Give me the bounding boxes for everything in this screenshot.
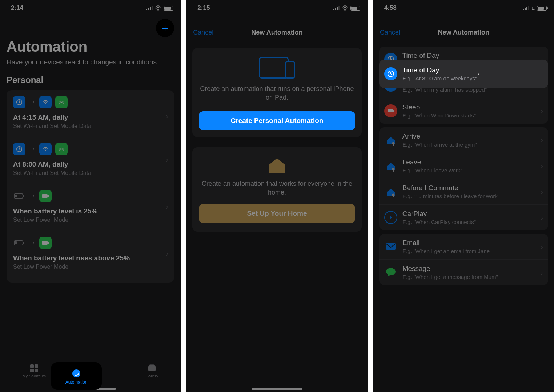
trigger-arrive[interactable]: ArriveE.g. "When I arrive at the gym"›: [379, 127, 548, 153]
trigger-title: Time of Day: [402, 52, 477, 60]
wifi-icon: [39, 96, 52, 108]
status-bar: 2:15: [186, 0, 367, 16]
cellular-icon: [55, 96, 68, 108]
automation-subtitle: Set Wi-Fi and Set Mobile Data: [13, 170, 160, 176]
trigger-subtitle: E.g. "When I arrive at the gym": [402, 141, 477, 148]
home-icon: [268, 156, 286, 173]
battery-fill-icon: [39, 237, 52, 249]
chevron-right-icon: ›: [541, 268, 543, 277]
network-type: E: [531, 5, 535, 11]
svg-rect-10: [48, 195, 49, 197]
svg-rect-27: [386, 243, 396, 250]
svg-point-4: [45, 150, 46, 151]
svg-rect-8: [15, 195, 17, 197]
home-indicator[interactable]: [252, 388, 302, 390]
status-bar: 2:14: [0, 0, 181, 16]
chevron-right-icon: ›: [541, 107, 543, 115]
clock-icon: [13, 96, 25, 108]
svg-point-5: [61, 148, 62, 149]
trigger-carplay[interactable]: CarPlayE.g. "When CarPlay connects"›: [379, 204, 548, 230]
tab-gallery[interactable]: Gallery: [146, 364, 158, 378]
cancel-button[interactable]: Cancel: [193, 29, 213, 36]
automation-title: When battery level rises above 25%: [13, 254, 160, 262]
trigger-before-i-commute[interactable]: Before I CommuteE.g. "15 minutes before …: [379, 179, 548, 204]
svg-rect-20: [390, 109, 393, 110]
screen-automation-list: 2:14 ＋ Automation Have your devices reac…: [0, 0, 181, 392]
tab-my-shortcuts[interactable]: My Shortcuts: [23, 364, 46, 378]
automation-row[interactable]: →At 8:00 AM, dailySet Wi-Fi and Set Mobi…: [13, 136, 174, 183]
trigger-group: EmailE.g. "When I get an email from Jane…: [379, 234, 548, 285]
automation-row[interactable]: →At 4:15 AM, dailySet Wi-Fi and Set Mobi…: [13, 96, 174, 136]
status-time: 2:15: [197, 4, 210, 12]
arrow-right-icon: →: [29, 192, 36, 200]
tab-label: Automation: [65, 380, 88, 385]
commute-icon: [384, 185, 397, 198]
automation-title: When battery level is 25%: [13, 207, 160, 215]
setup-home-button[interactable]: Set Up Your Home: [199, 204, 355, 223]
svg-point-2: [61, 101, 62, 103]
svg-point-23: [392, 168, 394, 171]
tab-automation[interactable]: Automation: [51, 362, 102, 390]
svg-rect-26: [393, 196, 394, 197]
automation-subtitle: Set Wi-Fi and Set Mobile Data: [13, 123, 160, 129]
battery-fill-icon: [39, 190, 52, 202]
svg-rect-18: [388, 110, 394, 112]
chevron-right-icon: ›: [541, 243, 543, 251]
trigger-title: Leave: [402, 158, 462, 166]
signal-icon: [146, 6, 153, 10]
svg-rect-15: [48, 242, 49, 244]
trigger-sleep[interactable]: SleepE.g. "When Wind Down starts"›: [379, 98, 548, 124]
arrow-right-icon: →: [29, 145, 36, 153]
sheet-title: New Automation: [438, 29, 489, 36]
battery-outline-icon: [13, 190, 25, 202]
chevron-right-icon: ›: [541, 213, 543, 222]
automation-list: →At 4:15 AM, dailySet Wi-Fi and Set Mobi…: [7, 90, 174, 283]
trigger-subtitle: E.g. "15 minutes before I leave for work…: [402, 193, 499, 199]
tab-label: My Shortcuts: [23, 374, 46, 378]
signal-icon: [333, 6, 340, 10]
chevron-right-icon: ›: [541, 162, 543, 170]
automation-tab-icon: [72, 369, 80, 377]
carplay-icon: [384, 211, 397, 224]
battery-icon: [350, 6, 360, 11]
trigger-title: Arrive: [402, 132, 477, 140]
plus-icon: ＋: [160, 23, 170, 33]
message-icon: [384, 266, 397, 279]
add-automation-button[interactable]: ＋: [156, 19, 174, 37]
svg-rect-12: [23, 242, 24, 244]
wifi-icon: [155, 5, 161, 11]
screen-trigger-list: 4:58 E Cancel New Automation Time of Day…: [373, 0, 554, 392]
leave-icon: [384, 159, 397, 172]
svg-point-21: [392, 142, 394, 145]
trigger-email[interactable]: EmailE.g. "When I get an email from Jane…: [379, 234, 548, 259]
svg-point-1: [45, 103, 46, 104]
svg-point-28: [386, 268, 396, 275]
trigger-subtitle: E.g. "When CarPlay connects": [402, 219, 476, 225]
svg-rect-14: [42, 241, 48, 245]
arrow-right-icon: →: [29, 239, 36, 247]
arrive-icon: [384, 133, 397, 147]
trigger-time-of-day[interactable]: Time of Day E.g. "At 8:00 am on weekdays…: [379, 60, 548, 88]
trigger-message[interactable]: MessageE.g. "When I get a message from M…: [379, 259, 548, 285]
automation-row[interactable]: →When battery level is 25%Set Low Power …: [13, 183, 174, 230]
chevron-right-icon: ›: [166, 249, 169, 257]
automation-subtitle: Set Low Power Mode: [13, 264, 160, 270]
wifi-icon: [39, 143, 52, 155]
trigger-subtitle: E.g. "When I get a message from Mum": [402, 274, 498, 280]
create-personal-automation-button[interactable]: Create Personal Automation: [199, 111, 355, 130]
trigger-leave[interactable]: LeaveE.g. "When I leave work"›: [379, 153, 548, 179]
cancel-button[interactable]: Cancel: [380, 29, 400, 36]
arrow-right-icon: →: [29, 98, 36, 106]
signal-icon: [523, 6, 529, 10]
svg-rect-22: [393, 144, 394, 146]
status-time: 2:14: [11, 4, 23, 12]
automation-row[interactable]: →When battery level rises above 25%Set L…: [13, 230, 174, 277]
section-personal-label: Personal: [7, 75, 174, 85]
trigger-title: Email: [402, 239, 492, 247]
card-description: Create an automation that works for ever…: [199, 179, 355, 197]
chevron-right-icon: ›: [541, 136, 543, 144]
svg-point-25: [392, 194, 394, 196]
trigger-title: Time of Day: [402, 66, 477, 74]
trigger-title: CarPlay: [402, 210, 476, 218]
svg-rect-9: [42, 194, 48, 198]
